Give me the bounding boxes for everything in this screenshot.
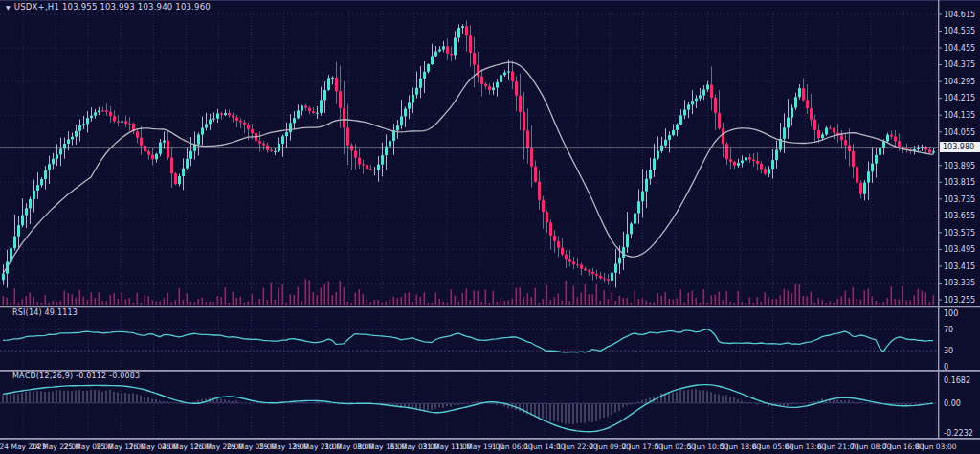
price-axis-label: 104.535 [944,27,975,35]
panel-separator[interactable] [0,370,980,372]
rsi-axis-label: 70 [944,326,953,334]
macd-axis-label: -0.2232 [944,429,973,438]
price-axis-label: 104.295 [944,78,975,86]
panel-separator[interactable] [0,438,980,440]
time-axis-label: 8 Jun 03:00 [916,443,957,451]
price-axis-label: 103.255 [944,296,975,305]
price-axis-label: 103.655 [944,212,975,220]
price-axis-label: 103.895 [944,162,975,170]
price-axis-label: 103.495 [944,245,975,254]
panel-separator[interactable] [0,306,980,308]
candles-layer [2,21,935,288]
current-price-tag: 103.980 [940,142,980,152]
chart-canvas[interactable]: 104.615104.535104.455104.375104.295104.2… [0,0,980,454]
price-axis-label: 104.135 [944,111,975,120]
trading-chart-window: 104.615104.535104.455104.375104.295104.2… [0,0,980,454]
indicator-layer [0,62,938,432]
price-axis-label: 104.055 [944,128,975,137]
price-axis-label: 104.375 [944,60,975,69]
axis-separator[interactable] [938,0,939,439]
macd-axis-label: 0.1682 [944,376,970,385]
ma-line [3,62,933,274]
symbol-dropdown-icon[interactable]: ▼ [6,4,11,11]
macd-axis-label: 0.00 [944,399,961,408]
price-axis-label: 104.215 [944,94,975,102]
price-axis-label: 103.335 [944,279,975,287]
price-axis-label: 104.455 [944,44,975,53]
price-axis-label: 103.575 [944,229,975,238]
price-axis-label: 103.815 [944,178,975,187]
chart-title-text: USDX+,H1 103.955 103.993 103.940 103.960 [14,2,211,11]
macd-signal-line [3,385,933,432]
macd-indicator-label: MACD(12,26,9) -0.0112 -0.0083 [12,372,140,380]
rsi-axis-label: 30 [944,347,953,355]
price-axis-label: 103.415 [944,262,975,271]
price-axis-label: 103.735 [944,195,975,204]
price-axis-label: 104.615 [944,11,975,19]
rsi-axis-label: 0 [944,363,948,372]
chart-symbol-ohlc: ▼ USDX+,H1 103.955 103.993 103.940 103.9… [6,2,211,11]
rsi-axis-label: 100 [944,309,958,318]
rsi-line [3,329,933,352]
rsi-indicator-label: RSI(14) 49.1113 [12,308,78,317]
